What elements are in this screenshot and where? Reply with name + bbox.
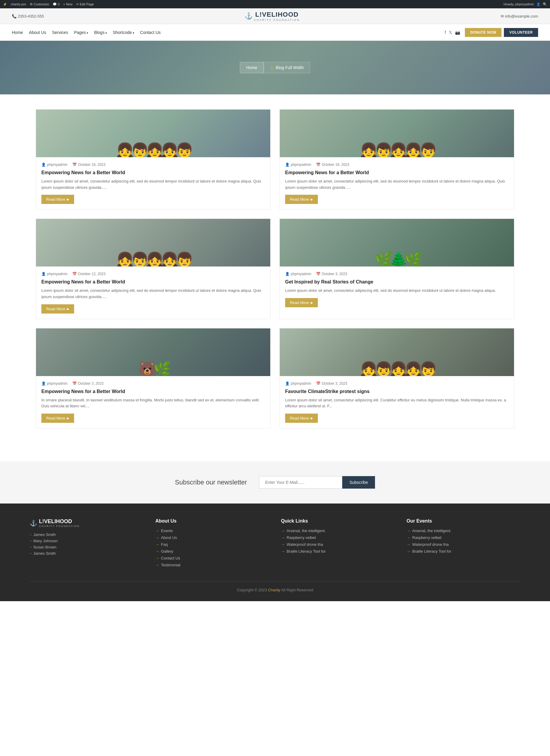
read-more-button[interactable]: Read More [41, 414, 74, 423]
footer-about-links: Events About Us Faq Gallery Contact Us T… [155, 529, 269, 567]
blog-title: Empowering News for a Better World [41, 279, 265, 285]
blog-card-image [280, 110, 514, 157]
post-date: October 16, 2023 [322, 163, 349, 167]
admin-edit-page[interactable]: ✏ Edit Page [76, 2, 94, 6]
blog-card: 👤 phpmyadmin 📅 October 12, 2023 Empoweri… [36, 219, 271, 319]
hero-banner: Home Blog Full Width [0, 41, 550, 94]
author-name: phpmyadmin [47, 272, 68, 276]
blog-author: 👤 phpmyadmin [285, 381, 311, 386]
newsletter-form: Subscribe [259, 476, 375, 489]
footer-link-about[interactable]: About Us [155, 535, 269, 540]
donate-button[interactable]: DONATE NOW [465, 28, 501, 37]
footer-link-faq[interactable]: Faq [155, 542, 269, 547]
volunteer-button[interactable]: VOLUNTEER [504, 28, 538, 37]
footer-event-link-2[interactable]: Raspberry velbet [406, 535, 520, 540]
post-date: October 3, 2023 [322, 381, 347, 386]
nav-shortcode[interactable]: Shortcode [113, 30, 134, 35]
calendar-icon: 📅 [72, 272, 77, 276]
calendar-icon: 📅 [316, 381, 320, 386]
blog-excerpt: Lorem ipsum dolor sit amet, consectetur … [41, 288, 265, 300]
site-footer: ⚓ L!VELIHOOD CHARITY FOUNDATION James Sm… [0, 504, 550, 601]
footer-link-testimonial[interactable]: Testimonial [155, 563, 269, 567]
social-links: f 𝕏 📷 [445, 30, 460, 35]
read-more-button[interactable]: Read More [41, 304, 74, 314]
footer-about-title: About Us [155, 518, 269, 524]
blog-card: 👤 phpmyadmin 📅 October 3, 2023 Empowerin… [36, 328, 271, 428]
admin-search-icon[interactable]: 🔍 [543, 2, 547, 6]
instagram-icon[interactable]: 📷 [455, 30, 460, 35]
user-icon: 👤 [41, 381, 46, 386]
footer-link-contact[interactable]: Contact Us [155, 556, 269, 560]
blog-date: 📅 October 3, 2023 [316, 381, 347, 386]
blog-image-nature [280, 219, 514, 266]
blog-section: 👤 phpmyadmin 📅 October 16, 2023 Empoweri… [0, 94, 550, 443]
post-date: October 3, 2023 [322, 272, 347, 276]
footer-quick-link-4[interactable]: Braille Literacy Tool for [281, 549, 395, 554]
admin-comments[interactable]: 💬 3 [53, 2, 60, 6]
footer-event-link-4[interactable]: Braille Literacy Tool for [406, 549, 520, 554]
blog-card-content: 👤 phpmyadmin 📅 October 16, 2023 Empoweri… [280, 157, 514, 209]
blog-card-image [36, 328, 270, 376]
email-address: info@example.com [505, 14, 538, 18]
read-more-button[interactable]: Read More [285, 414, 318, 423]
user-icon: 👤 [41, 163, 46, 167]
blog-date: 📅 October 16, 2023 [316, 163, 349, 167]
footer-event-link-3[interactable]: Waterproof drone tha [406, 542, 520, 547]
user-icon: 👤 [285, 272, 289, 276]
footer-quick-link-3[interactable]: Waterproof drone tha [281, 542, 395, 547]
footer-quick-link-1[interactable]: Arsenal, the intelligent. [281, 529, 395, 533]
author-name: phpmyadmin [291, 272, 311, 276]
copyright-text: Copyright © 2023 [237, 588, 267, 592]
footer-event-link-1[interactable]: Arsenal, the intelligent. [406, 529, 520, 533]
read-more-button[interactable]: Read More [285, 298, 318, 307]
nav-pages[interactable]: Pages [74, 30, 88, 35]
footer-events-title: Our Events [406, 518, 520, 524]
blog-image-children [280, 110, 514, 157]
nav-services[interactable]: Services [52, 30, 68, 35]
footer-author-1: James Smith [30, 532, 144, 537]
admin-customize[interactable]: ⚙ Customize [30, 2, 49, 6]
main-nav: Home About Us Services Pages Blogs Short… [0, 24, 550, 41]
footer-author-4: James Smith [30, 551, 144, 556]
breadcrumb-home[interactable]: Home [240, 62, 264, 73]
top-bar: 📞 2353-4352-555 ⚓ L!VELIHOOD CHARITY FOU… [0, 8, 550, 24]
blog-card-image [36, 219, 270, 266]
phone-icon: 📞 [12, 14, 17, 18]
blog-excerpt: Lorem ipsum dolor sit amet, consectetur … [285, 288, 509, 294]
footer-link-events[interactable]: Events [155, 529, 269, 533]
blog-title: Empowering News for a Better World [285, 170, 509, 176]
twitter-icon[interactable]: 𝕏 [449, 30, 452, 35]
admin-new[interactable]: + New [63, 2, 73, 6]
blog-date: 📅 October 12, 2023 [72, 272, 106, 276]
nav-about[interactable]: About Us [29, 30, 46, 35]
blog-title: Empowering News for a Better World [41, 389, 265, 395]
post-date: October 12, 2023 [78, 272, 106, 276]
wp-icon[interactable]: ⚡ [3, 2, 7, 6]
newsletter-subscribe-button[interactable]: Subscribe [342, 476, 375, 489]
nav-home[interactable]: Home [12, 30, 23, 35]
phone-info: 📞 2353-4352-555 [12, 14, 44, 18]
logo-name: L!VELIHOOD [254, 11, 300, 18]
footer-link-gallery[interactable]: Gallery [155, 549, 269, 554]
calendar-icon: 📅 [72, 381, 77, 386]
nav-blogs[interactable]: Blogs [94, 30, 107, 35]
read-more-button[interactable]: Read More [285, 195, 318, 204]
footer-quick-link-2[interactable]: Raspberry velbet [281, 535, 395, 540]
admin-charity-pro[interactable]: charity-pro [11, 2, 26, 6]
site-logo[interactable]: ⚓ L!VELIHOOD CHARITY FOUNDATION [245, 11, 300, 21]
nav-contact[interactable]: Contact Us [140, 30, 161, 35]
read-more-button[interactable]: Read More [41, 195, 74, 204]
admin-bar-left: ⚡ charity-pro ⚙ Customize 💬 3 + New ✏ Ed… [3, 2, 94, 6]
blog-card-content: 👤 phpmyadmin 📅 October 3, 2023 Get Inspi… [280, 266, 514, 319]
admin-avatar: 👤 [536, 2, 540, 6]
blog-excerpt: Lorem ipsum dolor sit amet, consectetur … [285, 178, 509, 191]
footer-brand-col: ⚓ L!VELIHOOD CHARITY FOUNDATION James Sm… [30, 518, 144, 570]
brand-name[interactable]: Charity [268, 588, 280, 592]
newsletter-email-input[interactable] [259, 476, 342, 489]
footer-logo-subtitle: CHARITY FOUNDATION [39, 525, 80, 528]
admin-bar-right: Howdy, phpmyadmin 👤 🔍 [504, 2, 547, 6]
blog-title: Favourite ClimateStrike protest signs [285, 389, 509, 395]
admin-bar: ⚡ charity-pro ⚙ Customize 💬 3 + New ✏ Ed… [0, 0, 550, 8]
author-name: phpmyadmin [47, 163, 68, 167]
facebook-icon[interactable]: f [445, 30, 446, 35]
